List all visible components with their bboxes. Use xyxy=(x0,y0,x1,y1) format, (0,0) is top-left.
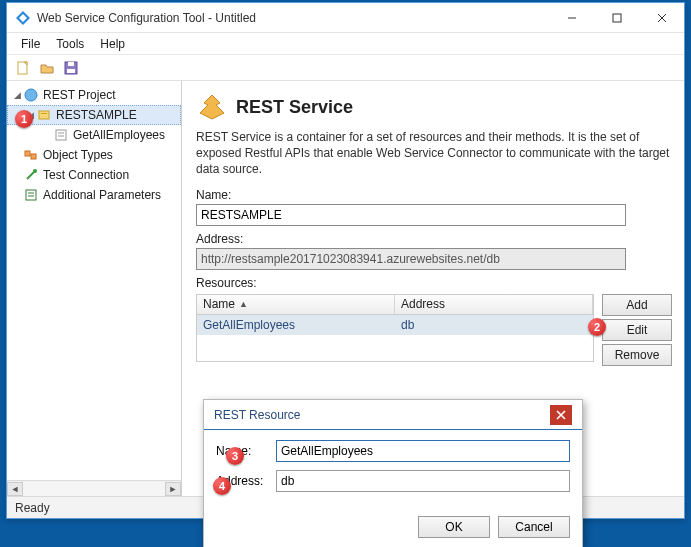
callout-3: 3 xyxy=(226,447,244,465)
menu-tools[interactable]: Tools xyxy=(48,35,92,53)
menu-help[interactable]: Help xyxy=(92,35,133,53)
open-icon[interactable] xyxy=(37,58,57,78)
svg-rect-9 xyxy=(68,62,74,66)
tree-getallemployees[interactable]: GetAllEmployees xyxy=(7,125,181,145)
service-icon xyxy=(36,107,52,123)
dialog-title: REST Resource xyxy=(214,408,300,422)
expand-icon[interactable]: ◢ xyxy=(11,90,23,100)
resources-label: Resources: xyxy=(196,276,672,290)
menu-file[interactable]: File xyxy=(13,35,48,53)
cell-address: db xyxy=(395,316,420,334)
scroll-track[interactable] xyxy=(23,482,165,496)
svg-rect-18 xyxy=(31,154,36,159)
svg-point-11 xyxy=(25,89,37,101)
dialog-address-input[interactable] xyxy=(276,470,570,492)
page-description: REST Service is a container for a set of… xyxy=(196,129,672,178)
col-address[interactable]: Address xyxy=(395,295,593,314)
minimize-button[interactable] xyxy=(549,3,594,33)
status-text: Ready xyxy=(15,501,50,515)
svg-rect-3 xyxy=(613,14,621,22)
tree-root-label: REST Project xyxy=(43,88,115,102)
project-icon xyxy=(23,87,39,103)
callout-4: 4 xyxy=(213,477,231,495)
tree-scrollbar[interactable]: ◄ ► xyxy=(7,480,181,496)
close-button[interactable] xyxy=(639,3,684,33)
svg-marker-23 xyxy=(200,95,224,119)
rest-service-icon xyxy=(196,91,228,123)
tree-restsample-label: RESTSAMPLE xyxy=(56,108,137,122)
scroll-left-icon[interactable]: ◄ xyxy=(7,482,23,496)
svg-rect-13 xyxy=(41,113,47,114)
edit-button[interactable]: Edit xyxy=(602,319,672,341)
tree-op-label: GetAllEmployees xyxy=(73,128,165,142)
cancel-button[interactable]: Cancel xyxy=(498,516,570,538)
titlebar: Web Service Configuration Tool - Untitle… xyxy=(7,3,684,33)
new-icon[interactable] xyxy=(13,58,33,78)
table-header: Name ▲ Address xyxy=(197,295,593,315)
address-input[interactable] xyxy=(196,248,626,270)
add-button[interactable]: Add xyxy=(602,294,672,316)
svg-point-19 xyxy=(33,169,37,173)
svg-rect-10 xyxy=(67,69,75,73)
tree-pane: ◢ REST Project ◢ RESTSAMPLE GetAllEmploy… xyxy=(7,81,182,496)
menubar: File Tools Help xyxy=(7,33,684,55)
window-title: Web Service Configuration Tool - Untitle… xyxy=(37,11,256,25)
svg-rect-12 xyxy=(39,111,49,119)
tree-restsample[interactable]: ◢ RESTSAMPLE xyxy=(7,105,181,125)
testconn-icon xyxy=(23,167,39,183)
tree-additionalparams[interactable]: Additional Parameters xyxy=(7,185,181,205)
sort-asc-icon: ▲ xyxy=(239,299,248,309)
address-label: Address: xyxy=(196,232,672,246)
maximize-button[interactable] xyxy=(594,3,639,33)
tree-testconnection[interactable]: Test Connection xyxy=(7,165,181,185)
callout-1: 1 xyxy=(15,110,33,128)
name-label: Name: xyxy=(196,188,672,202)
tree-root[interactable]: ◢ REST Project xyxy=(7,85,181,105)
save-icon[interactable] xyxy=(61,58,81,78)
dialog-name-label: Name: xyxy=(216,444,276,458)
callout-2: 2 xyxy=(588,318,606,336)
resources-table: Name ▲ Address GetAllEmployees db xyxy=(196,294,594,362)
cell-name: GetAllEmployees xyxy=(197,316,395,334)
tree-addparams-label: Additional Parameters xyxy=(43,188,161,202)
dialog-name-input[interactable] xyxy=(276,440,570,462)
col-name[interactable]: Name ▲ xyxy=(197,295,395,314)
svg-rect-17 xyxy=(25,151,30,156)
objecttypes-icon xyxy=(23,147,39,163)
scroll-right-icon[interactable]: ► xyxy=(165,482,181,496)
svg-rect-20 xyxy=(26,190,36,200)
tree-testconn-label: Test Connection xyxy=(43,168,129,182)
remove-button[interactable]: Remove xyxy=(602,344,672,366)
operation-icon xyxy=(53,127,69,143)
dialog-close-button[interactable] xyxy=(550,405,572,425)
tree-objtypes-label: Object Types xyxy=(43,148,113,162)
svg-rect-14 xyxy=(56,130,66,140)
table-row[interactable]: GetAllEmployees db xyxy=(197,315,593,335)
params-icon xyxy=(23,187,39,203)
page-title: REST Service xyxy=(236,97,353,118)
name-input[interactable] xyxy=(196,204,626,226)
toolbar xyxy=(7,55,684,81)
ok-button[interactable]: OK xyxy=(418,516,490,538)
rest-resource-dialog: REST Resource Name: Address: OK Cancel xyxy=(203,399,583,547)
tree-objecttypes[interactable]: Object Types xyxy=(7,145,181,165)
app-icon xyxy=(15,10,31,26)
